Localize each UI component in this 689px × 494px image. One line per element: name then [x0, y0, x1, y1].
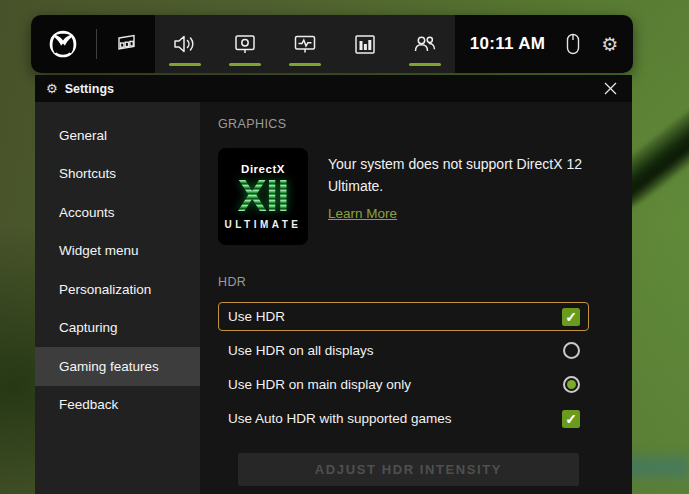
sidebar-item-gaming-features[interactable]: Gaming features	[35, 347, 200, 386]
capture-monitor-icon	[233, 33, 257, 56]
active-underline	[169, 63, 201, 66]
sidebar-item-capturing[interactable]: Capturing	[35, 309, 200, 348]
clock: 10:11 AM	[470, 34, 545, 54]
xbox-logo-icon[interactable]	[47, 28, 79, 60]
widget-menu-icon[interactable]	[113, 32, 139, 56]
resources-widget-button[interactable]	[335, 15, 395, 73]
sidebar-item-general[interactable]: General	[35, 116, 200, 155]
bar-chart-icon	[353, 33, 377, 56]
directx12-ultimate-logo: DirectX XII ULTIMATE	[218, 148, 308, 245]
auto-hdr-checkbox[interactable]: ✓	[562, 410, 580, 428]
sidebar-item-personalization[interactable]: Personalization	[35, 270, 200, 309]
hdr-section-label: HDR	[218, 275, 610, 289]
hdr-all-displays-radio[interactable]	[563, 342, 580, 359]
mouse-icon[interactable]	[565, 32, 581, 56]
sidebar-item-feedback[interactable]: Feedback	[35, 386, 200, 425]
active-underline	[229, 63, 261, 66]
sidebar-item-shortcuts[interactable]: Shortcuts	[35, 155, 200, 194]
directx-support-message: Your system does not support DirectX 12 …	[328, 154, 610, 197]
graphics-section-label: GRAPHICS	[218, 117, 610, 131]
hdr-main-display-label: Use HDR on main display only	[228, 377, 411, 392]
use-hdr-checkbox[interactable]: ✓	[562, 308, 580, 326]
gamebar-toolbar: 10:11 AM ⚙	[31, 15, 633, 73]
sidebar-item-accounts[interactable]: Accounts	[35, 193, 200, 232]
settings-title: Settings	[65, 82, 114, 96]
settings-gear-icon: ⚙	[46, 82, 58, 95]
auto-hdr-label: Use Auto HDR with supported games	[228, 411, 452, 426]
close-icon[interactable]	[599, 78, 621, 100]
capture-widget-button[interactable]	[215, 15, 275, 73]
audio-widget-button[interactable]	[155, 15, 215, 73]
dx-logo-bottom-text: ULTIMATE	[224, 219, 301, 230]
performance-monitor-icon	[293, 33, 317, 56]
settings-header: ⚙ Settings	[35, 75, 632, 102]
hdr-all-displays-label: Use HDR on all displays	[228, 343, 374, 358]
adjust-hdr-intensity-button[interactable]: ADJUST HDR INTENSITY	[238, 453, 579, 486]
settings-content: GRAPHICS DirectX XII ULTIMATE Your syste…	[200, 102, 632, 494]
people-icon	[412, 33, 438, 55]
hdr-all-displays-row[interactable]: Use HDR on all displays	[218, 336, 589, 365]
settings-panel: ⚙ Settings General Shortcuts Accounts Wi…	[35, 75, 632, 494]
sidebar-item-widget-menu[interactable]: Widget menu	[35, 232, 200, 271]
hdr-main-display-row[interactable]: Use HDR on main display only	[218, 370, 589, 399]
performance-widget-button[interactable]	[275, 15, 335, 73]
use-hdr-label: Use HDR	[228, 309, 285, 324]
dx-logo-numeral: XII	[238, 175, 289, 217]
auto-hdr-row[interactable]: Use Auto HDR with supported games ✓	[218, 404, 589, 433]
hdr-main-display-radio[interactable]	[563, 376, 580, 393]
learn-more-link[interactable]: Learn More	[328, 206, 397, 221]
social-widget-button[interactable]	[395, 15, 455, 73]
toolbar-separator	[96, 29, 97, 59]
active-underline	[289, 63, 321, 66]
gear-icon[interactable]: ⚙	[601, 35, 618, 54]
speaker-icon	[172, 33, 198, 55]
active-underline	[409, 63, 441, 66]
use-hdr-row[interactable]: Use HDR ✓	[218, 302, 589, 331]
settings-sidebar: General Shortcuts Accounts Widget menu P…	[35, 102, 200, 494]
